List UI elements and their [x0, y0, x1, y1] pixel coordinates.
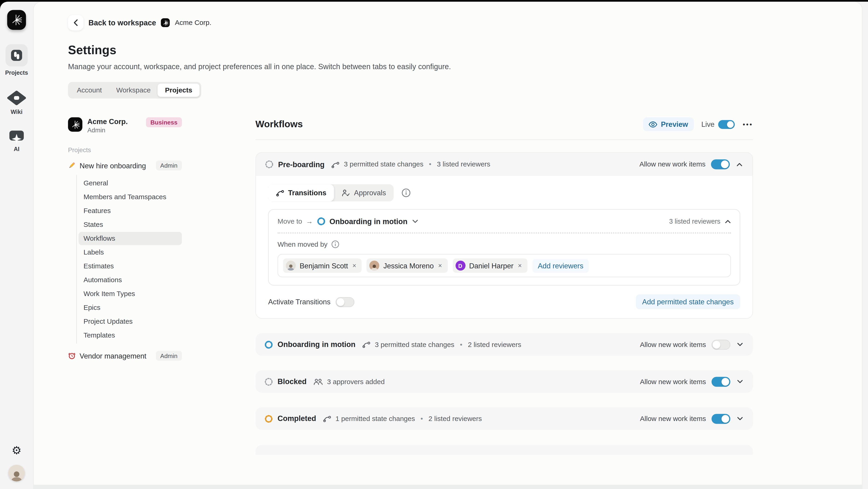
state-card-header[interactable]: Blocked 3 approvers added — [255, 370, 753, 393]
rail-label-projects: Projects — [5, 69, 28, 76]
add-permitted-state-changes-button[interactable]: Add permitted state changes — [636, 294, 740, 309]
remove-reviewer-button[interactable]: × — [517, 262, 523, 269]
state-card-blocked: Blocked 3 approvers added — [255, 370, 753, 393]
tab-approvals[interactable]: Approvals — [334, 184, 394, 201]
people-icon — [313, 378, 323, 385]
state-card-onboarding-in-motion: Onboarding in motion 3 permitted state c… — [255, 333, 753, 356]
state-card-header[interactable]: Pre-boarding 3 permitted state changes • — [256, 153, 752, 176]
remove-reviewer-button[interactable]: × — [438, 262, 443, 269]
toggle-knob — [721, 161, 729, 168]
subnav-templates[interactable]: Templates — [79, 329, 182, 342]
card-footer: Activate Transitions Add permitted state… — [268, 294, 740, 309]
subnav-workflows[interactable]: Workflows — [79, 232, 182, 245]
chevron-down-icon — [737, 343, 743, 347]
tab-workspace[interactable]: Workspace — [109, 83, 158, 97]
activate-transitions-toggle[interactable] — [335, 297, 354, 307]
subnav-project-updates[interactable]: Project Updates — [79, 315, 182, 328]
allow-new-work-items-label: Allow new work items — [640, 341, 706, 348]
toggle-knob — [721, 415, 729, 423]
toggle-knob — [721, 378, 729, 385]
reviewer-avatar-initial: D — [455, 261, 465, 270]
reviewer-name: Jessica Moreno — [383, 261, 434, 270]
state-spinner-blue-icon — [264, 340, 273, 349]
subnav-states[interactable]: States — [79, 218, 182, 231]
project-name[interactable]: New hire onboarding — [80, 162, 146, 170]
pencil-icon — [68, 162, 76, 169]
listed-reviewers-summary[interactable]: 3 listed reviewers — [669, 218, 731, 225]
state-name: Completed — [278, 414, 316, 423]
chevron-down-icon — [737, 379, 743, 383]
more-menu-icon[interactable]: ••• — [743, 120, 753, 128]
state-card-header[interactable]: Completed 1 permitted state changes • — [255, 407, 753, 430]
expand-button[interactable] — [736, 379, 744, 384]
subnav-general[interactable]: General — [79, 177, 182, 190]
settings-body: Acme Corp. Admin Business Projects — [68, 117, 862, 455]
sidebar-project-onboarding[interactable]: New hire onboarding Admin — [68, 161, 182, 170]
add-reviewers-button[interactable]: Add reviewers — [532, 259, 589, 272]
allow-new-work-items-toggle[interactable] — [711, 159, 730, 169]
project-name[interactable]: Vendor management — [80, 352, 147, 360]
live-toggle[interactable] — [718, 120, 735, 128]
project-subnav: General Members and Teamspaces Features … — [76, 175, 182, 344]
sidebar-project-vendor[interactable]: Vendor management Admin — [68, 351, 182, 361]
user-avatar[interactable] — [8, 465, 25, 481]
reviewer-chip: D Daniel Harper × — [453, 258, 527, 273]
subnav-estimates[interactable]: Estimates — [79, 260, 182, 273]
collapse-button[interactable] — [735, 162, 744, 167]
project-role-badge: Admin — [156, 161, 182, 170]
info-icon[interactable] — [331, 240, 340, 249]
expand-button[interactable] — [736, 415, 744, 422]
subnav-epics[interactable]: Epics — [79, 301, 182, 314]
allow-new-work-items-toggle[interactable] — [712, 413, 731, 424]
subnav-work-item-types[interactable]: Work Item Types — [79, 287, 182, 300]
chevron-up-icon — [725, 220, 731, 223]
content-header: Workflows Preview — [255, 117, 753, 131]
tab-account[interactable]: Account — [69, 83, 109, 97]
target-dropdown-button[interactable] — [411, 219, 419, 224]
state-name: Onboarding in motion — [278, 340, 355, 349]
rail-item-wiki[interactable]: Wiki — [7, 90, 26, 115]
dashed-divider — [278, 232, 731, 234]
back-button[interactable] — [68, 15, 83, 30]
subnav-labels[interactable]: Labels — [79, 246, 182, 259]
subnav-members[interactable]: Members and Teamspaces — [79, 191, 182, 204]
state-meta-changes: 3 permitted state changes — [375, 341, 454, 348]
rail-item-ai[interactable]: AI — [8, 130, 25, 152]
settings-sidebar: Acme Corp. Admin Business Projects — [68, 117, 182, 455]
back-label[interactable]: Back to workspace — [89, 19, 156, 27]
eye-icon — [649, 121, 657, 127]
ai-icon — [8, 130, 25, 143]
expand-button[interactable] — [736, 341, 744, 347]
tab-transitions[interactable]: Transitions — [268, 184, 334, 201]
rail-item-projects[interactable]: Projects — [5, 44, 28, 76]
plan-badge: Business — [146, 117, 182, 127]
preview-button[interactable]: Preview — [643, 117, 693, 131]
state-card-header[interactable]: Onboarding in motion 3 permitted state c… — [255, 333, 753, 356]
state-card-partial — [255, 445, 753, 455]
starburst-icon — [10, 14, 23, 26]
allow-new-work-items-toggle[interactable] — [712, 339, 731, 349]
breadcrumb-org-name[interactable]: Acme Corp. — [175, 19, 211, 27]
info-icon[interactable] — [402, 188, 411, 198]
subnav-automations[interactable]: Automations — [79, 274, 182, 287]
tab-projects[interactable]: Projects — [158, 83, 199, 97]
meta-separator: • — [460, 341, 462, 348]
reviewers-input[interactable]: Benjamin Scott × Jessica Moreno × — [278, 254, 731, 277]
allow-new-work-items-toggle[interactable] — [712, 376, 731, 386]
subnav-features[interactable]: Features — [79, 204, 182, 218]
allow-new-work-items-label: Allow new work items — [640, 415, 706, 423]
detail-tab-group: Transitions — [268, 184, 394, 201]
app-logo[interactable] — [7, 10, 26, 30]
content-title: Workflows — [255, 119, 303, 130]
org-logo — [68, 117, 82, 132]
page-subtitle: Manage your account, workspace, and proj… — [68, 62, 862, 71]
move-to-row: Move to → Onboarding in motion — [278, 217, 731, 226]
move-target-state[interactable]: Onboarding in motion — [330, 217, 407, 226]
wiki-icon — [7, 90, 26, 106]
reviewer-chip: Benjamin Scott × — [283, 258, 362, 273]
reviewer-chip: Jessica Moreno × — [367, 258, 447, 273]
header-divider — [255, 140, 753, 140]
gear-icon[interactable]: ⚙ — [11, 445, 22, 456]
reviewer-avatar — [370, 261, 379, 270]
remove-reviewer-button[interactable]: × — [352, 262, 357, 269]
